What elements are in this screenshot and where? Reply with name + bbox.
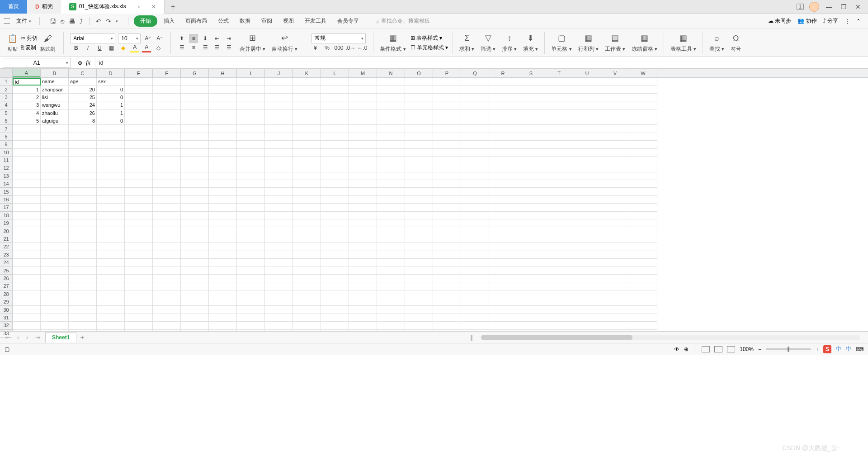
cell[interactable] xyxy=(237,164,265,172)
find-button[interactable]: ⌕查找 ▾ xyxy=(708,33,726,53)
cell[interactable] xyxy=(629,330,657,332)
format-painter-button[interactable]: 🖌 格式刷 xyxy=(38,33,57,52)
cell[interactable] xyxy=(265,141,293,148)
cell[interactable] xyxy=(601,149,629,157)
command-search[interactable]: ⌕ 查找命令、搜索模板 xyxy=(376,17,430,25)
cell[interactable] xyxy=(461,149,489,157)
cell[interactable] xyxy=(629,282,657,290)
cell[interactable] xyxy=(69,235,97,243)
cell[interactable] xyxy=(237,330,265,332)
cell[interactable] xyxy=(601,330,629,332)
cell[interactable] xyxy=(349,227,377,235)
ribbon-tab-formula[interactable]: 公式 xyxy=(213,15,233,27)
cell[interactable] xyxy=(181,227,209,235)
cell[interactable] xyxy=(97,188,125,195)
cell[interactable] xyxy=(601,282,629,290)
cell[interactable] xyxy=(573,306,601,314)
cell[interactable] xyxy=(181,78,209,86)
column-header[interactable]: U xyxy=(573,69,601,77)
cell[interactable] xyxy=(349,314,377,322)
cell[interactable] xyxy=(97,314,125,322)
cell[interactable] xyxy=(13,314,41,322)
cell[interactable] xyxy=(629,227,657,235)
cell[interactable] xyxy=(545,227,573,235)
cell[interactable] xyxy=(601,227,629,235)
cell[interactable] xyxy=(209,259,237,266)
cell[interactable] xyxy=(209,306,237,314)
cell[interactable] xyxy=(517,314,545,322)
row-header[interactable]: 25 xyxy=(0,266,12,274)
cell[interactable] xyxy=(461,282,489,290)
cell[interactable] xyxy=(97,172,125,180)
cell[interactable] xyxy=(573,109,601,117)
cell[interactable] xyxy=(13,212,41,219)
cell[interactable] xyxy=(629,133,657,141)
row-header[interactable]: 19 xyxy=(0,219,12,227)
cell[interactable] xyxy=(265,117,293,125)
cell[interactable] xyxy=(125,306,153,314)
cell[interactable] xyxy=(377,117,405,125)
print-icon[interactable]: 🖶 xyxy=(69,18,75,25)
cell[interactable]: 1 xyxy=(97,109,125,117)
cell[interactable] xyxy=(321,204,349,211)
name-box[interactable]: A1 xyxy=(3,58,71,68)
cell[interactable] xyxy=(573,172,601,180)
cell[interactable] xyxy=(209,330,237,332)
row-header[interactable]: 27 xyxy=(0,282,12,290)
column-header[interactable]: Q xyxy=(461,69,489,77)
cell[interactable] xyxy=(629,306,657,314)
cell[interactable] xyxy=(489,141,517,148)
cell[interactable] xyxy=(517,282,545,290)
cell[interactable] xyxy=(69,172,97,180)
cell[interactable] xyxy=(181,133,209,141)
cell[interactable] xyxy=(349,78,377,86)
cell[interactable]: 20 xyxy=(69,86,97,93)
tab-home[interactable]: 首页 xyxy=(0,0,27,14)
cell[interactable] xyxy=(489,212,517,219)
cell[interactable] xyxy=(125,188,153,195)
cell[interactable] xyxy=(293,266,321,274)
cell[interactable] xyxy=(209,157,237,164)
cell[interactable] xyxy=(125,157,153,164)
cell[interactable] xyxy=(405,227,433,235)
cell[interactable] xyxy=(209,78,237,86)
cell[interactable] xyxy=(265,172,293,180)
row-header[interactable]: 5 xyxy=(0,109,12,117)
cell[interactable] xyxy=(349,149,377,157)
cell[interactable] xyxy=(181,243,209,251)
cell[interactable] xyxy=(41,235,69,243)
cell[interactable] xyxy=(601,157,629,164)
cell[interactable] xyxy=(153,306,181,314)
row-header[interactable]: 1 xyxy=(0,78,12,86)
cell[interactable] xyxy=(349,180,377,188)
cell[interactable] xyxy=(629,243,657,251)
cell[interactable] xyxy=(41,172,69,180)
cell[interactable] xyxy=(125,275,153,282)
cell[interactable] xyxy=(237,109,265,117)
ime-sogou-icon[interactable]: S xyxy=(823,345,831,353)
cell[interactable] xyxy=(573,212,601,219)
row-header[interactable]: 29 xyxy=(0,298,12,306)
ribbon-tab-data[interactable]: 数据 xyxy=(235,15,255,27)
cell[interactable] xyxy=(237,94,265,101)
cell[interactable] xyxy=(125,125,153,133)
cell[interactable] xyxy=(405,298,433,306)
cell[interactable] xyxy=(489,109,517,117)
cell[interactable] xyxy=(377,306,405,314)
cell[interactable] xyxy=(321,78,349,86)
cell[interactable] xyxy=(433,282,461,290)
cell[interactable] xyxy=(433,117,461,125)
cell[interactable]: wangwu xyxy=(41,101,69,109)
cell[interactable] xyxy=(265,282,293,290)
cell[interactable] xyxy=(293,330,321,332)
rowcol-button[interactable]: ▦行和列 ▾ xyxy=(576,33,600,53)
add-sheet-button[interactable]: + xyxy=(80,333,84,342)
indent-increase-icon[interactable]: ⇥ xyxy=(224,34,233,43)
column-header[interactable]: L xyxy=(321,69,349,77)
cell[interactable] xyxy=(97,259,125,266)
symbol-button[interactable]: Ω符号 xyxy=(729,33,743,52)
cell[interactable] xyxy=(629,86,657,93)
cell[interactable] xyxy=(461,251,489,259)
cell[interactable] xyxy=(321,141,349,148)
cell[interactable] xyxy=(237,149,265,157)
